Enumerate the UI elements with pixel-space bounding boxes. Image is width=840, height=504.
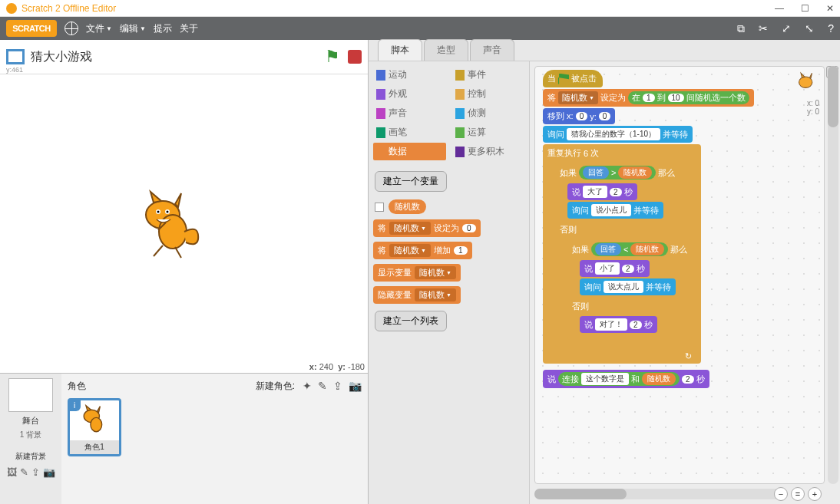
sprite-thumbnail-icon [793,70,821,97]
stage-coords: x: 240 y: -180 [309,362,365,371]
stage-label: 舞台 [22,415,39,427]
sprite-paint-icon[interactable]: ✎ [318,380,327,392]
block-repeat[interactable]: 重复执行6次 如果 回答>随机数 那么 说大了2秒 [543,144,701,364]
menu-about[interactable]: 关于 [180,22,198,35]
zoom-in-icon[interactable]: + [808,487,822,501]
stage[interactable]: x: 240 y: -180 [0,74,368,374]
zoom-out-icon[interactable]: − [774,487,788,501]
block-goto-xy[interactable]: 移到 x:0 y:0 [543,108,615,124]
tool-help-icon[interactable]: ? [828,22,834,35]
cat-sound[interactable]: 声音 [373,104,446,122]
script-canvas[interactable]: x: 0y: 0 当被点击 将 随机数▼ 设定为 [534,66,825,484]
window-title: Scratch 2 Offline Editor [21,3,116,14]
sprite-upload-icon[interactable]: ⇪ [333,380,342,392]
block-show-var[interactable]: 显示变量 随机数▼ [373,264,461,282]
cat-data[interactable]: 数据 [373,143,446,160]
stage-header: y:461 猜大小游戏 ⚑ [0,40,368,74]
menu-edit[interactable]: 编辑▼ [120,22,146,35]
block-hide-var[interactable]: 隐藏变量 随机数▼ [373,286,461,304]
tool-cut-icon[interactable]: ✂ [759,22,768,35]
backdrop-count: 1 背景 [20,430,41,440]
language-icon[interactable] [64,21,78,35]
tool-shrink-icon[interactable]: ⤡ [805,22,814,35]
menu-file[interactable]: 文件▼ [86,22,112,35]
block-say-join[interactable]: 说 连接这个数字是和随机数 2秒 [543,370,709,388]
green-flag-icon[interactable]: ⚑ [325,47,340,67]
sprite-info-icon[interactable]: i [68,399,81,411]
cat-operators[interactable]: 运算 [452,124,525,141]
svg-point-5 [167,211,169,213]
script-stack[interactable]: 当被点击 将 随机数▼ 设定为 在1 到10 间随机选一个数 [543,70,754,390]
app-icon [6,3,17,14]
block-palette: 运动 事件 外观 控制 声音 侦测 画笔 运算 数据 更多积木 建立一个变量 随… [369,61,530,504]
backdrop-library-icon[interactable]: 🖼 [7,466,17,478]
stage-thumbnail[interactable] [8,378,53,412]
cat-motion[interactable]: 运动 [373,66,446,84]
window-minimize[interactable]: — [775,3,784,14]
sprite-item[interactable]: i 角色1 [68,398,121,456]
scrollbar-horizontal[interactable] [534,489,786,499]
variable-pill[interactable]: 随机数 [389,199,426,214]
flag-icon [558,74,569,84]
zoom-reset-icon[interactable]: = [791,487,805,501]
block-if-gt[interactable]: 如果 回答>随机数 那么 说大了2秒 询问说小点儿并等待 否则 [555,163,696,347]
variable-checkbox[interactable] [375,203,384,212]
block-if-lt[interactable]: 如果 回答<随机数 那么 说小了2秒 询问说大点儿并等待 [567,239,692,340]
new-backdrop-label: 新建背景 [15,451,46,462]
tab-costumes[interactable]: 造型 [424,39,468,61]
stop-icon[interactable] [348,50,362,64]
block-set-random[interactable]: 将 随机数▼ 设定为 在1 到10 间随机选一个数 [543,89,754,107]
block-ask-wait[interactable]: 询问猜我心里的数字（1-10）并等待 [543,126,693,143]
sprite-on-stage[interactable] [131,186,207,262]
sprite-list: 角色 新建角色: ✦ ✎ ⇪ 📷 i 角色1 [61,374,368,504]
cat-control[interactable]: 控制 [452,85,525,103]
backdrop-camera-icon[interactable]: 📷 [43,466,55,478]
sprite-library-icon[interactable]: ✦ [303,380,312,392]
project-title: 猜大小游戏 [31,49,92,65]
tab-sounds[interactable]: 声音 [470,39,514,61]
block-ask-smaller[interactable]: 询问说小点儿并等待 [567,202,663,219]
make-list-button[interactable]: 建立一个列表 [375,311,447,331]
cat-events[interactable]: 事件 [452,66,525,84]
svg-point-7 [91,417,102,431]
stage-y-readout: y:461 [6,66,23,74]
backdrop-paint-icon[interactable]: ✎ [20,466,28,478]
tool-grow-icon[interactable]: ⤢ [782,22,791,35]
scratch-logo: SCRATCH [6,20,57,37]
sprite-camera-icon[interactable]: 📷 [349,380,362,392]
fullscreen-icon[interactable] [6,49,25,64]
window-close[interactable]: ✕ [826,3,834,14]
new-sprite-label: 新建角色: [256,380,295,393]
window-maximize[interactable]: ☐ [801,3,809,14]
window-titlebar: Scratch 2 Offline Editor — ☐ ✕ [0,0,840,17]
block-set-var[interactable]: 将 随机数▼ 设定为 0 [373,219,481,237]
block-ask-bigger[interactable]: 询问说大点儿并等待 [580,278,676,295]
cat-pen[interactable]: 画笔 [373,124,446,141]
editor-tabs: 脚本 造型 声音 [369,40,840,61]
cat-looks[interactable]: 外观 [373,85,446,103]
menu-tips[interactable]: 提示 [154,22,172,35]
block-say-right[interactable]: 说对了！2秒 [580,316,657,333]
block-say-small[interactable]: 说小了2秒 [580,260,650,277]
block-when-flag-clicked[interactable]: 当被点击 [543,70,603,87]
stage-thumbnail-panel: 舞台 1 背景 新建背景 🖼 ✎ ⇪ 📷 [0,374,61,504]
svg-point-4 [157,211,160,213]
backdrop-upload-icon[interactable]: ⇪ [31,466,40,478]
sprites-label: 角色 [68,380,86,393]
make-variable-button[interactable]: 建立一个变量 [375,171,447,192]
menubar: SCRATCH 文件▼ 编辑▼ 提示 关于 ⧉ ✂ ⤢ ⤡ ? [0,17,840,40]
tool-stamp-icon[interactable]: ⧉ [737,22,745,35]
cat-more[interactable]: 更多积木 [452,143,525,160]
script-canvas-wrap: ? x: 0y: 0 当被点击 将 [530,61,840,504]
block-say-big[interactable]: 说大了2秒 [567,183,637,200]
block-change-var[interactable]: 将 随机数▼ 增加 1 [373,242,472,259]
canvas-xy: x: 0y: 0 [807,99,819,116]
scrollbar-vertical[interactable] [828,66,838,484]
variable-row[interactable]: 随机数 [375,199,523,214]
sprite-name: 角色1 [70,440,119,454]
svg-point-8 [799,77,812,87]
cat-sensing[interactable]: 侦测 [452,104,525,122]
tab-scripts[interactable]: 脚本 [378,39,422,61]
